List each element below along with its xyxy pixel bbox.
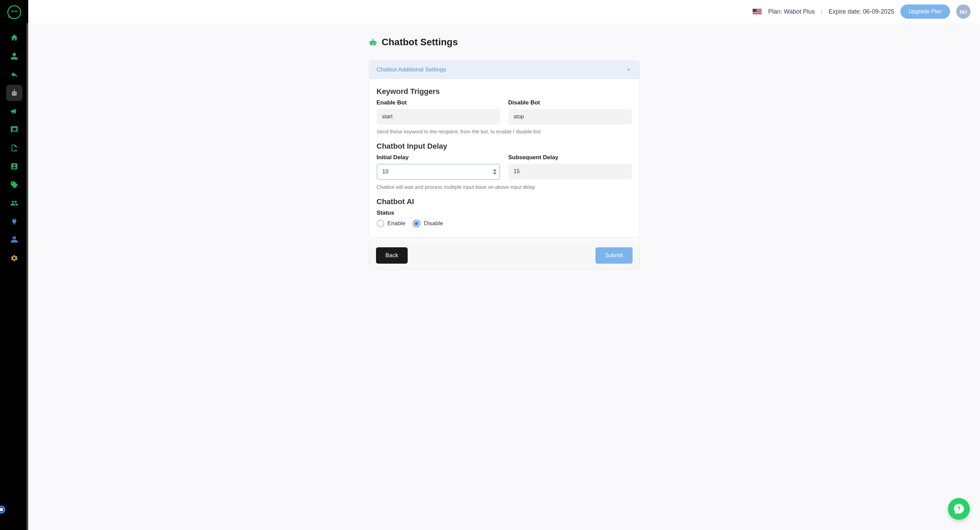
svg-point-16 xyxy=(372,39,373,40)
svg-rect-18 xyxy=(376,42,377,44)
header: Plan: Wabot Plus | Expire date: 06-09-20… xyxy=(28,0,980,23)
button-bar: Back Submit xyxy=(369,242,640,270)
svg-point-12 xyxy=(371,42,372,43)
sidebar-item-home[interactable] xyxy=(6,30,22,46)
initial-delay-input[interactable] xyxy=(377,163,500,180)
svg-rect-14 xyxy=(372,44,374,44)
back-button[interactable]: Back xyxy=(376,247,408,263)
sidebar-scrollbar[interactable] xyxy=(27,23,28,530)
svg-point-13 xyxy=(373,42,374,43)
sidebar-item-contacts[interactable] xyxy=(6,158,22,175)
radio-disable-label: Disable xyxy=(424,220,443,227)
submit-button[interactable]: Submit xyxy=(595,247,633,263)
reply-icon xyxy=(10,70,18,79)
subsequent-delay-label: Subsequent Delay xyxy=(508,154,632,161)
gear-icon xyxy=(10,254,18,262)
sidebar-item-plugin[interactable] xyxy=(6,213,22,230)
card-header[interactable]: Chatbot Additional Settings xyxy=(369,61,640,79)
sidebar-item-chat[interactable] xyxy=(6,121,22,138)
home-icon xyxy=(10,34,18,42)
header-divider: | xyxy=(821,8,822,14)
sidebar-item-tags[interactable] xyxy=(6,176,22,193)
export-icon xyxy=(10,144,18,152)
delay-help-text: Chatbot will wait and process multiple i… xyxy=(377,184,632,190)
user-icon xyxy=(10,52,18,60)
robot-icon xyxy=(369,38,377,46)
card-header-label: Chatbot Additional Settings xyxy=(377,66,446,73)
chevron-up-icon xyxy=(626,67,632,73)
sidebar-item-team[interactable] xyxy=(6,195,22,211)
upgrade-button[interactable]: Upgrade Plan xyxy=(900,5,950,19)
plan-label: Plan: Wabot Plus xyxy=(768,8,815,15)
sidebar-item-chatbot[interactable] xyxy=(6,85,22,101)
keyword-triggers-title: Keyword Triggers xyxy=(377,87,632,96)
svg-point-10 xyxy=(0,508,3,511)
status-label: Status xyxy=(377,209,632,216)
svg-point-8 xyxy=(14,238,15,238)
caret-up-icon xyxy=(493,169,496,171)
plug-icon xyxy=(10,217,18,225)
keyword-help-text: Send these keyword to the recipient, fro… xyxy=(377,129,632,134)
chat-icon xyxy=(10,125,18,134)
radio-enable-label: Enable xyxy=(388,220,406,227)
initial-delay-label: Initial Delay xyxy=(377,154,500,161)
bot-user-icon xyxy=(10,236,18,244)
spinner-up[interactable] xyxy=(493,169,497,171)
subsequent-delay-input[interactable] xyxy=(508,163,632,179)
spinner-down[interactable] xyxy=(493,172,497,175)
avatar[interactable]: NU xyxy=(956,5,970,19)
sidebar-item-user[interactable] xyxy=(6,48,22,64)
disable-bot-input[interactable] xyxy=(508,109,632,124)
radio-enable[interactable]: Enable xyxy=(377,220,406,227)
page-title: Chatbot Settings xyxy=(382,37,458,48)
megaphone-icon xyxy=(10,107,18,115)
settings-card: Chatbot Additional Settings Keyword Trig… xyxy=(369,60,640,238)
page-title-row: Chatbot Settings xyxy=(369,37,640,48)
svg-rect-17 xyxy=(369,42,370,44)
svg-rect-4 xyxy=(14,90,14,92)
svg-point-2 xyxy=(13,93,14,94)
flag-icon[interactable] xyxy=(752,8,762,14)
svg-point-3 xyxy=(14,93,16,94)
svg-rect-6 xyxy=(13,236,16,239)
svg-rect-11 xyxy=(370,41,375,45)
sidebar xyxy=(0,0,28,530)
radio-circle-disable xyxy=(413,220,420,227)
expire-label: Expire date: 06-09-2025 xyxy=(829,8,894,15)
enable-bot-label: Enable Bot xyxy=(377,99,500,106)
partial-circle-icon xyxy=(0,506,5,514)
radio-circle-enable xyxy=(377,220,384,227)
logo[interactable] xyxy=(7,5,21,19)
help-chat-icon xyxy=(953,503,965,515)
robot-icon xyxy=(10,89,18,97)
help-float-button[interactable] xyxy=(948,498,970,520)
sidebar-item-export[interactable] xyxy=(6,140,22,156)
radio-disable[interactable]: Disable xyxy=(413,220,443,227)
sidebar-item-settings[interactable] xyxy=(6,250,22,267)
svg-rect-1 xyxy=(12,92,17,95)
address-book-icon xyxy=(10,162,18,170)
svg-point-7 xyxy=(13,238,14,238)
caret-down-icon xyxy=(493,173,496,175)
disable-bot-label: Disable Bot xyxy=(508,99,632,106)
sidebar-item-bot-user[interactable] xyxy=(6,232,22,248)
input-delay-title: Chatbot Input Delay xyxy=(377,142,632,151)
content-area: Chatbot Settings Chatbot Additional Sett… xyxy=(28,23,980,530)
team-icon xyxy=(10,199,18,207)
chatbot-ai-title: Chatbot AI xyxy=(377,197,632,206)
sidebar-item-reply[interactable] xyxy=(6,66,22,83)
sidebar-item-broadcast[interactable] xyxy=(6,103,22,119)
svg-point-5 xyxy=(14,89,14,90)
enable-bot-input[interactable] xyxy=(377,109,500,124)
tags-icon xyxy=(10,181,18,189)
